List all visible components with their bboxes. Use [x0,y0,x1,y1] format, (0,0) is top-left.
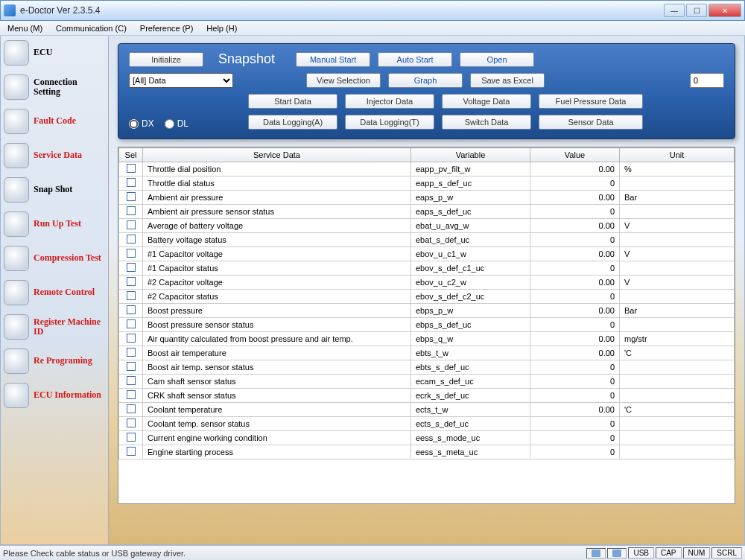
col-variable[interactable]: Variable [411,148,530,162]
table-row[interactable]: #2 Capacitor voltageebov_u_c2_w0.00V [119,276,735,290]
col-value[interactable]: Value [530,148,620,162]
snapshot-index-spinner[interactable] [690,73,724,88]
table-row[interactable]: Battery voltage statusebat_s_def_uc0 [119,233,735,247]
checkbox-icon[interactable] [127,235,136,244]
checkbox-icon[interactable] [127,164,136,173]
start-data-button[interactable]: Start Data [248,94,337,109]
sidebar-item-run-up-test[interactable]: Run Up Test [1,207,108,241]
fuel-pressure-button[interactable]: Fuel Pressure Data [539,94,643,109]
table-row[interactable]: Ambient air pressure sensor statuseaps_s… [119,205,735,219]
auto-start-button[interactable]: Auto Start [378,52,452,67]
table-row[interactable]: Boost pressure sensor statusebps_s_def_u… [119,318,735,332]
sidebar-item-re-programing[interactable]: Re Programing [1,344,108,378]
manual-start-button[interactable]: Manual Start [296,52,370,67]
checkbox-icon[interactable] [127,277,136,286]
save-excel-button[interactable]: Save as Excel [470,73,545,88]
switch-data-button[interactable]: Switch Data [442,115,531,130]
row-checkbox-cell[interactable] [119,346,143,360]
table-row[interactable]: Engine starting processeess_s_meta_uc0 [119,445,735,459]
table-row[interactable]: #1 Capacitor statusebov_s_def_c1_uc0 [119,261,735,276]
row-checkbox-cell[interactable] [119,247,143,261]
view-selection-button[interactable]: View Selection [306,73,381,88]
row-checkbox-cell[interactable] [119,403,143,417]
row-checkbox-cell[interactable] [119,233,143,247]
sidebar-item-ecu[interactable]: ECU [1,36,108,70]
table-row[interactable]: Coolant temp. sensor statusects_s_def_uc… [119,417,735,431]
graph-button[interactable]: Graph [388,73,463,88]
checkbox-icon[interactable] [127,433,136,442]
row-checkbox-cell[interactable] [119,219,143,233]
checkbox-icon[interactable] [127,376,136,385]
sidebar-item-fault-code[interactable]: Fault Code [1,104,108,139]
sidebar-item-compression-test[interactable]: Compression Test [1,241,108,276]
table-row[interactable]: #2 Capacitor statusebov_s_def_c2_uc0 [119,290,735,304]
sidebar-item-register-machine-id[interactable]: Register Machine ID [1,310,108,344]
checkbox-icon[interactable] [127,419,136,427]
col-service[interactable]: Service Data [143,148,411,162]
table-row[interactable]: CRK shaft sensor statusecrk_s_def_uc0 [119,389,735,403]
table-row[interactable]: Boost air temperatureebts_t_w0.00'C [119,346,735,360]
minimize-button[interactable]: — [664,4,685,17]
checkbox-icon[interactable] [127,178,136,187]
checkbox-icon[interactable] [127,362,136,371]
close-button[interactable]: ✕ [708,4,741,17]
checkbox-icon[interactable] [127,206,136,215]
table-row[interactable]: Average of battery voltageebat_u_avg_w0.… [119,219,735,233]
row-checkbox-cell[interactable] [119,191,143,205]
table-row[interactable]: Air quantity calculated from boost press… [119,332,735,346]
table-row[interactable]: Ambient air pressureeaps_p_w0.00Bar [119,191,735,205]
row-checkbox-cell[interactable] [119,261,143,276]
checkbox-icon[interactable] [127,447,136,456]
table-row[interactable]: Boost pressureebps_p_w0.00Bar [119,304,735,318]
row-checkbox-cell[interactable] [119,360,143,375]
row-checkbox-cell[interactable] [119,431,143,445]
checkbox-icon[interactable] [127,319,136,328]
col-unit[interactable]: Unit [620,148,735,162]
table-row[interactable]: Current engine working conditioneess_s_m… [119,431,735,445]
checkbox-icon[interactable] [127,192,136,201]
table-row[interactable]: Throttle dial positioneapp_pv_filt_w0.00… [119,162,735,176]
radio-dl[interactable]: DL [165,118,188,129]
open-button[interactable]: Open [460,52,534,67]
row-checkbox-cell[interactable] [119,332,143,346]
maximize-button[interactable]: ☐ [686,4,707,17]
row-checkbox-cell[interactable] [119,375,143,389]
checkbox-icon[interactable] [127,404,136,413]
checkbox-icon[interactable] [127,334,136,343]
data-filter-combo[interactable]: [All] Data [129,73,233,88]
row-checkbox-cell[interactable] [119,290,143,304]
data-logging-a-button[interactable]: Data Logging(A) [248,115,337,130]
row-checkbox-cell[interactable] [119,276,143,290]
row-checkbox-cell[interactable] [119,205,143,219]
row-checkbox-cell[interactable] [119,318,143,332]
menu-help[interactable]: Help (H) [202,22,241,34]
checkbox-icon[interactable] [127,291,136,300]
sidebar-item-snap-shot[interactable]: Snap Shot [1,173,108,207]
table-row[interactable]: Cam shaft sensor statusecam_s_def_uc0 [119,375,735,389]
menu-menu[interactable]: Menu (M) [3,22,47,34]
row-checkbox-cell[interactable] [119,445,143,459]
checkbox-icon[interactable] [127,348,136,357]
sidebar-item-remote-control[interactable]: Remote Control [1,276,108,310]
col-sel[interactable]: Sel [119,148,143,162]
table-row[interactable]: Coolant temperatureects_t_w0.00'C [119,403,735,417]
sidebar-item-ecu-information[interactable]: ECU Information [1,378,108,413]
injector-data-button[interactable]: Injector Data [345,94,434,109]
checkbox-icon[interactable] [127,263,136,272]
row-checkbox-cell[interactable] [119,304,143,318]
checkbox-icon[interactable] [127,390,136,399]
data-logging-t-button[interactable]: Data Logging(T) [345,115,434,130]
table-row[interactable]: #1 Capacitor voltageebov_u_c1_w0.00V [119,247,735,261]
sidebar-item-connection-setting[interactable]: Connection Setting [1,70,108,104]
radio-dx[interactable]: DX [129,118,154,129]
sensor-data-button[interactable]: Sensor Data [539,115,643,130]
checkbox-icon[interactable] [127,249,136,258]
row-checkbox-cell[interactable] [119,176,143,191]
row-checkbox-cell[interactable] [119,417,143,431]
row-checkbox-cell[interactable] [119,162,143,176]
menu-preference[interactable]: Preference (P) [136,22,198,34]
menu-communication[interactable]: Communication (C) [51,22,131,34]
table-row[interactable]: Boost air temp. sensor statusebts_s_def_… [119,360,735,375]
sidebar-item-service-data[interactable]: Service Data [1,139,108,173]
checkbox-icon[interactable] [127,220,136,229]
